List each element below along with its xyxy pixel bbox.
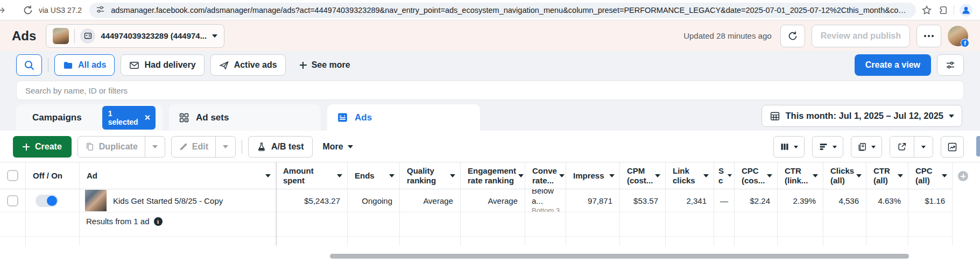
ad-name-cell[interactable]: Kids Get Started 5/8/25 - Copy <box>80 189 276 212</box>
browser-profile-icon[interactable] <box>960 4 972 17</box>
ends-cell: Ongoing <box>348 189 400 212</box>
filter-active-ads-label: Active ads <box>234 60 277 70</box>
col-clicks-all[interactable]: Clicks(all) <box>823 162 866 189</box>
sort-caret-icon[interactable] <box>265 174 271 177</box>
date-range-selector[interactable]: This month: Jul 1, 2025 – Jul 12, 2025 <box>762 105 962 127</box>
breakdown-button[interactable] <box>812 136 843 158</box>
breakdown-icon <box>819 142 828 152</box>
url-bar[interactable]: adsmanager.facebook.com/adsmanager/manag… <box>89 3 916 18</box>
copy-icon <box>85 142 95 152</box>
reports-button[interactable] <box>851 136 882 158</box>
bookmark-star-icon[interactable] <box>921 5 932 16</box>
sort-caret-icon[interactable] <box>942 174 947 177</box>
charts-button[interactable] <box>941 136 964 158</box>
col-impressions[interactable]: Impress <box>566 162 620 189</box>
sort-caret-icon[interactable] <box>337 174 342 177</box>
sort-caret-icon[interactable] <box>856 174 862 177</box>
sort-caret-icon[interactable] <box>450 174 455 177</box>
col-ctr-all[interactable]: CTR(all) <box>866 162 908 189</box>
select-all-checkbox[interactable] <box>7 170 18 181</box>
sort-caret-icon[interactable] <box>898 174 903 177</box>
sort-caret-icon[interactable] <box>518 174 524 177</box>
duplicate-button[interactable]: Duplicate <box>78 137 145 157</box>
edit-button[interactable]: Edit <box>172 137 216 157</box>
sort-caret-icon[interactable] <box>389 174 394 177</box>
pencil-icon <box>179 142 188 152</box>
col-amount-spent[interactable]: Amount spent <box>276 162 348 189</box>
level-tabs: Campaigns 1 selected Ad sets Ads This mo… <box>0 102 980 131</box>
horizontal-scrollbar[interactable] <box>330 254 909 259</box>
search-button[interactable] <box>16 54 42 76</box>
ab-test-button[interactable]: A/B test <box>248 136 312 158</box>
reload-icon[interactable] <box>23 5 33 16</box>
select-all-cell[interactable] <box>0 162 26 189</box>
filler-row <box>0 237 980 246</box>
sort-caret-icon[interactable] <box>655 174 660 177</box>
col-conversion-rate[interactable]: Converate... <box>525 162 566 189</box>
refresh-button[interactable] <box>780 25 805 47</box>
sort-caret-icon[interactable] <box>813 174 818 177</box>
sort-caret-icon[interactable] <box>703 174 709 177</box>
send-icon <box>219 60 229 70</box>
right-edge-tab[interactable] <box>976 136 980 156</box>
col-link-clicks[interactable]: Linkclicks <box>666 162 714 189</box>
see-more-filters[interactable]: See more <box>292 54 358 76</box>
filter-active-ads[interactable]: Active ads <box>210 54 286 76</box>
sort-caret-icon[interactable] <box>559 174 565 177</box>
columns-button[interactable] <box>773 136 805 158</box>
more-button[interactable]: More <box>319 142 357 152</box>
col-cpm[interactable]: CPM(cost... <box>620 162 666 189</box>
user-avatar[interactable]: f <box>948 26 968 46</box>
ads-card-icon <box>337 112 348 123</box>
sort-caret-icon[interactable] <box>728 174 732 177</box>
link-clicks-cell: 2,341 <box>666 189 714 212</box>
export-dropdown[interactable] <box>914 136 933 158</box>
tab-ads[interactable]: Ads <box>327 104 480 131</box>
col-ctr-link[interactable]: CTR(link... <box>778 162 823 189</box>
sort-caret-icon[interactable] <box>767 174 772 177</box>
row-checkbox[interactable] <box>7 195 18 206</box>
more-options-button[interactable] <box>916 25 941 47</box>
col-truncated[interactable]: Sc <box>714 162 735 189</box>
ad-account-selector[interactable]: 444974039323289 (444974... <box>46 24 224 48</box>
duplicate-dropdown[interactable] <box>145 137 165 157</box>
tab-campaigns[interactable]: Campaigns 1 selected <box>16 104 163 131</box>
filter-had-delivery[interactable]: Had delivery <box>121 54 204 76</box>
col-engagement-rate-ranking[interactable]: Engagementrate ranking <box>461 162 525 189</box>
toolbar: Create Duplicate Edit A/B test More <box>0 131 980 162</box>
summary-empty-cell <box>26 212 80 237</box>
create-button[interactable]: Create <box>13 136 72 158</box>
view-settings-button[interactable] <box>937 54 964 76</box>
ad-status-toggle[interactable] <box>36 195 58 207</box>
search-input[interactable] <box>16 81 964 100</box>
more-label: More <box>323 142 343 152</box>
site-settings-icon[interactable] <box>96 5 107 16</box>
review-and-publish-button[interactable]: Review and publish <box>812 25 910 47</box>
col-quality-ranking[interactable]: Qualityranking <box>400 162 461 189</box>
filter-had-delivery-label: Had delivery <box>144 60 195 70</box>
browser-extensions-icon[interactable] <box>937 5 948 16</box>
close-icon[interactable] <box>144 115 149 120</box>
sliders-icon <box>946 60 955 70</box>
app-header: Ads 444974039323289 (444974... Updated 2… <box>0 20 980 51</box>
selected-filter-badge[interactable]: 1 selected <box>102 106 156 130</box>
col-cpc-link[interactable]: CPC(cos... <box>735 162 778 189</box>
info-icon[interactable]: i <box>154 217 163 226</box>
export-button[interactable] <box>890 136 914 158</box>
url-text[interactable]: adsmanager.facebook.com/adsmanager/manag… <box>111 6 910 15</box>
edit-dropdown[interactable] <box>216 137 235 157</box>
filter-bar: All ads Had delivery Active ads See more… <box>0 51 980 79</box>
add-column-button[interactable] <box>958 171 968 181</box>
sort-caret-icon[interactable] <box>609 174 615 177</box>
filter-all-ads[interactable]: All ads <box>54 54 115 76</box>
col-ad[interactable]: Ad <box>80 162 276 189</box>
tab-ad-sets[interactable]: Ad sets <box>169 104 321 131</box>
create-a-view-button[interactable]: Create a view <box>855 54 931 76</box>
col-off-on[interactable]: Off / On <box>26 162 80 189</box>
col-cpc-all[interactable]: CPC(all) <box>908 162 953 189</box>
ad-account-icon <box>80 28 95 44</box>
ad-name[interactable]: Kids Get Started 5/8/25 - Copy <box>113 196 223 205</box>
col-ends[interactable]: Ends <box>348 162 400 189</box>
forward-arrow-icon[interactable] <box>0 5 8 15</box>
row-select-cell[interactable] <box>0 189 26 212</box>
